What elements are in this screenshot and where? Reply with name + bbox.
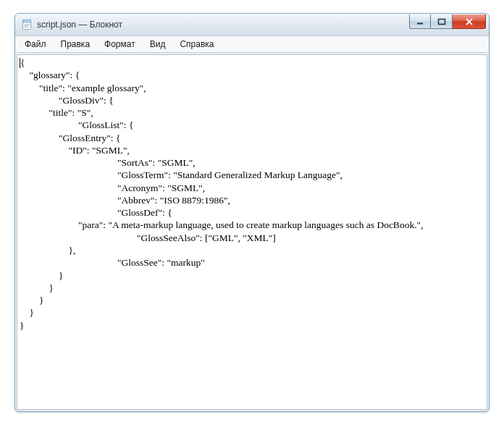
menu-file[interactable]: Файл	[18, 37, 53, 51]
menu-edit[interactable]: Правка	[54, 37, 97, 51]
notepad-icon	[21, 19, 33, 30]
menu-format[interactable]: Формат	[98, 37, 142, 51]
editor-content: { "glossary": { "title": "example glossa…	[20, 57, 423, 331]
editor-container: { "glossary": { "title": "example glossa…	[17, 54, 487, 410]
close-button[interactable]	[453, 14, 486, 29]
svg-rect-1	[23, 20, 31, 22]
svg-rect-6	[438, 19, 445, 24]
menu-help[interactable]: Справка	[173, 37, 220, 51]
minimize-button[interactable]	[409, 14, 431, 29]
maximize-button[interactable]	[431, 14, 453, 29]
menubar: Файл Правка Формат Вид Справка	[15, 36, 489, 53]
app-window: script.json — Блокнот Файл Правка	[14, 13, 490, 412]
titlebar[interactable]: script.json — Блокнот	[15, 14, 489, 36]
window-title: script.json — Блокнот	[37, 20, 122, 30]
menu-view[interactable]: Вид	[143, 37, 172, 51]
text-editor[interactable]: { "glossary": { "title": "example glossa…	[17, 55, 487, 409]
window-controls	[409, 14, 486, 29]
